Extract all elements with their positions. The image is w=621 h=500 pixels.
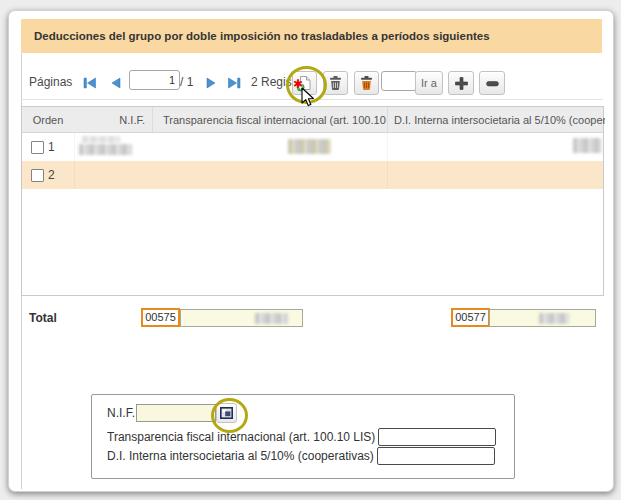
previous-page-icon	[108, 75, 124, 91]
next-page-button[interactable]	[203, 75, 219, 91]
nif-label: N.I.F.	[107, 406, 135, 420]
page-total-text: / 1	[180, 75, 193, 89]
first-page-button[interactable]	[82, 75, 98, 91]
record-detail-form: N.I.F. Transparencia fiscal internaciona…	[91, 394, 515, 479]
first-page-icon	[82, 75, 98, 91]
delete-record-button[interactable]	[323, 71, 348, 95]
total-transparencia-field[interactable]	[180, 309, 303, 327]
insert-button[interactable]	[448, 71, 474, 95]
nif-lookup-button[interactable]	[216, 403, 237, 423]
previous-page-button[interactable]	[108, 75, 124, 91]
transparencia-input[interactable]	[378, 428, 496, 446]
new-record-button[interactable]	[292, 71, 317, 95]
row-checkbox[interactable]	[31, 141, 44, 154]
di-interna-input[interactable]	[377, 447, 495, 465]
trash-icon	[328, 75, 343, 91]
page-background: Deducciones del grupo por doble imposici…	[0, 0, 621, 500]
toolbar-divider	[21, 99, 603, 100]
field-code-00575: 00575	[141, 308, 180, 327]
minus-bar-icon	[485, 76, 500, 91]
column-header-orden: Orden	[22, 107, 74, 133]
collapse-button[interactable]	[479, 71, 505, 95]
transparencia-label: Transparencia fiscal internacional (art.…	[107, 430, 375, 444]
redacted-di-value	[573, 138, 602, 153]
column-header-di-interna: D.I. Interna intersocietaria al 5/10% (c…	[387, 107, 605, 133]
row-checkbox[interactable]	[31, 169, 44, 182]
redacted-total-value	[255, 313, 288, 324]
total-di-field[interactable]	[489, 309, 596, 327]
column-header-transparencia: Transparencia fiscal internacional (art.…	[152, 107, 387, 133]
records-table: Orden N.I.F. Transparencia fiscal intern…	[21, 106, 604, 296]
goto-button[interactable]: Ir a	[415, 71, 443, 95]
page-number-input[interactable]	[129, 70, 180, 90]
table-row[interactable]: 1	[22, 133, 603, 161]
row-orden: 2	[48, 168, 55, 182]
form-row: Transparencia fiscal internacional (art.…	[107, 428, 496, 446]
nif-input[interactable]	[136, 404, 216, 422]
last-page-button[interactable]	[226, 75, 242, 91]
table-header-row: Orden N.I.F. Transparencia fiscal intern…	[22, 107, 603, 133]
redacted-nif-value	[82, 136, 120, 143]
trash-orange-icon	[359, 75, 374, 91]
total-label: Total	[29, 311, 57, 325]
redacted-nif-value	[79, 144, 132, 155]
new-record-icon	[296, 75, 313, 92]
di-interna-label: D.I. Interna intersocietaria al 5/10% (c…	[107, 449, 374, 463]
table-lookup-icon	[220, 407, 233, 419]
plus-cross-icon	[454, 76, 469, 91]
field-code-00577: 00577	[451, 308, 490, 327]
section-title: Deducciones del grupo por doble imposici…	[34, 30, 490, 42]
form-row: D.I. Interna intersocietaria al 5/10% (c…	[107, 447, 495, 465]
content-card: Deducciones del grupo por doble imposici…	[8, 10, 614, 492]
table-row-selected[interactable]: 2	[22, 161, 603, 189]
row-orden: 1	[48, 140, 55, 154]
goto-page-input[interactable]	[381, 71, 417, 91]
redacted-transparencia-value	[288, 139, 331, 154]
pages-label: Páginas	[29, 75, 72, 89]
redacted-total-value	[539, 313, 569, 324]
last-page-icon	[226, 75, 242, 91]
next-page-icon	[203, 75, 219, 91]
delete-range-button[interactable]	[354, 71, 379, 95]
section-header: Deducciones del grupo por doble imposici…	[21, 19, 602, 53]
column-header-nif: N.I.F.	[74, 107, 152, 133]
